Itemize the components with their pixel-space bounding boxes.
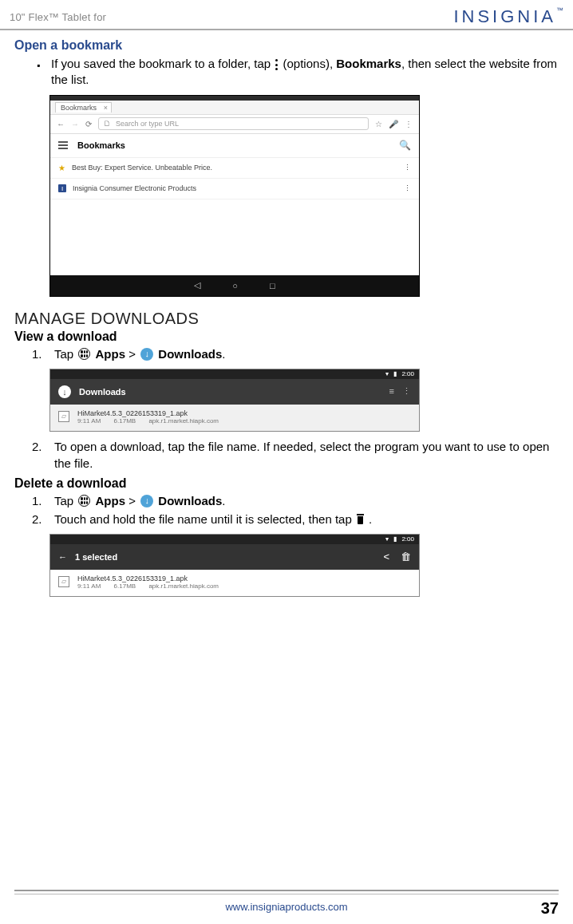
text-segment: Touch and hold the file name until it is… <box>54 512 355 526</box>
forward-icon[interactable]: → <box>71 120 79 128</box>
bookmarks-header: Bookmarks 🔍 <box>50 134 419 158</box>
bookmark-item[interactable]: I Insignia Consumer Electronic Products … <box>50 179 419 199</box>
step-2: 2. Touch and hold the file name until it… <box>14 511 559 527</box>
file-meta: 9:11 AM 6.17MB apk.r1.market.hiapk.com <box>77 582 230 590</box>
text-segment: Tap <box>54 494 77 507</box>
menu-icon[interactable] <box>58 140 68 151</box>
tab-title: Bookmarks <box>61 104 97 112</box>
downloads-icon: ↓ <box>140 348 153 361</box>
bullet-icon: ▪ <box>37 56 51 89</box>
browser-toolbar: ← → ⟳ 🗋 Search or type URL ☆ 🎤 ⋮ <box>50 115 419 134</box>
downloads-word: Downloads <box>158 347 222 361</box>
brand-logo: INSIGNIA™ <box>453 6 563 27</box>
options-icon <box>275 59 278 70</box>
status-bar: ▾ ▮ 2:00 <box>50 369 419 379</box>
bookmark-title: Best Buy: Expert Service. Unbeatable Pri… <box>72 164 212 172</box>
options-icon[interactable]: ⋮ <box>402 386 411 397</box>
back-icon[interactable]: ← <box>57 120 65 128</box>
download-item[interactable]: ▱ HiMarket4.5.3_0226153319_1.apk 9:11 AM… <box>50 405 419 431</box>
open-bookmark-bullet: ▪ If you saved the bookmark to a folder,… <box>14 56 559 89</box>
apps-icon <box>78 348 90 360</box>
search-icon[interactable]: 🔍 <box>399 140 411 151</box>
home-icon[interactable]: ○ <box>232 281 238 290</box>
text-segment: If you saved the bookmark to a folder, t… <box>51 57 274 70</box>
page-content: Open a bookmark ▪ If you saved the bookm… <box>0 30 573 597</box>
battery-icon: ▮ <box>393 535 397 543</box>
sort-icon[interactable]: ≡ <box>389 386 394 397</box>
step-1: 1. Tap Apps > ↓ Downloads. <box>14 492 559 509</box>
download-item[interactable]: ▱ HiMarket4.5.3_0226153319_1.apk 9:11 AM… <box>50 570 419 596</box>
options-icon[interactable]: ⋮ <box>404 184 411 192</box>
file-icon: ▱ <box>58 576 69 587</box>
bookmarks-word: Bookmarks <box>336 57 401 70</box>
file-meta: 9:11 AM 6.17MB apk.r1.market.hiapk.com <box>77 417 230 424</box>
close-icon[interactable]: × <box>104 104 108 112</box>
url-bar[interactable]: 🗋 Search or type URL <box>98 117 369 130</box>
text-segment: (options), <box>283 57 337 70</box>
browser-tabbar: Bookmarks × <box>50 101 419 115</box>
star-icon[interactable]: ☆ <box>375 120 382 128</box>
url-placeholder: Search or type URL <box>116 120 179 128</box>
step-text: To open a download, tap the file name. I… <box>54 438 559 472</box>
text-segment: . <box>222 347 225 361</box>
file-icon: ▱ <box>58 411 69 422</box>
file-name: HiMarket4.5.3_0226153319_1.apk <box>77 575 230 582</box>
text-segment: > <box>128 347 139 361</box>
trash-icon <box>356 514 365 525</box>
downloads-appbar: ↓ Downloads ≡ ⋮ <box>50 379 419 405</box>
open-bookmark-heading: Open a bookmark <box>14 38 559 53</box>
page-header: 10" Flex™ Tablet for INSIGNIA™ <box>0 0 573 30</box>
bookmark-item[interactable]: ★ Best Buy: Expert Service. Unbeatable P… <box>50 158 419 179</box>
appbar-title: Downloads <box>79 387 126 397</box>
wifi-icon: ▾ <box>385 370 389 377</box>
apps-word: Apps <box>96 347 126 361</box>
text-segment: > <box>128 494 139 507</box>
page-footer: www.insigniaproducts.com <box>14 885 559 913</box>
apps-word: Apps <box>96 494 126 507</box>
product-name: 10" Flex™ Tablet for <box>10 11 106 23</box>
options-icon[interactable]: ⋮ <box>405 120 413 128</box>
recent-icon[interactable]: □ <box>270 281 275 290</box>
status-bar: ▾ ▮ 2:00 <box>50 535 419 544</box>
footer-link[interactable]: www.insigniaproducts.com <box>225 901 347 913</box>
view-download-heading: View a download <box>14 330 559 344</box>
text-segment: Tap <box>54 347 77 361</box>
delete-download-heading: Delete a download <box>14 476 559 491</box>
options-icon[interactable]: ⋮ <box>404 164 411 172</box>
battery-icon: ▮ <box>393 370 397 377</box>
lock-icon: 🗋 <box>104 120 111 128</box>
selection-appbar: ← 1 selected < 🗑 <box>50 544 419 570</box>
trash-icon[interactable]: 🗑 <box>401 551 411 563</box>
star-icon: ★ <box>58 164 65 172</box>
bookmark-title: Insignia Consumer Electronic Products <box>73 184 196 192</box>
downloads-screenshot: ▾ ▮ 2:00 ↓ Downloads ≡ ⋮ ▱ HiMarket4.5.3… <box>49 369 420 432</box>
text-segment: . <box>222 494 225 507</box>
bookmarks-title: Bookmarks <box>77 140 125 150</box>
android-navbar: ◁ ○ □ <box>50 275 419 296</box>
downloads-icon: ↓ <box>58 385 71 398</box>
step-2: 2. To open a download, tap the file name… <box>14 438 559 472</box>
step-1: 1. Tap Apps > ↓ Downloads. <box>14 346 559 362</box>
delete-screenshot: ▾ ▮ 2:00 ← 1 selected < 🗑 ▱ HiMarket4.5.… <box>49 534 420 597</box>
favicon-icon: I <box>58 184 66 192</box>
downloads-icon: ↓ <box>140 495 153 507</box>
file-name: HiMarket4.5.3_0226153319_1.apk <box>77 409 230 417</box>
apps-icon <box>78 495 90 507</box>
clock: 2:00 <box>401 370 414 377</box>
share-icon[interactable]: < <box>383 551 389 563</box>
manage-downloads-heading: MANAGE DOWNLOADS <box>14 310 559 328</box>
page-number: 37 <box>541 899 559 918</box>
bookmarks-screenshot: Bookmarks × ← → ⟳ 🗋 Search or type URL ☆… <box>49 95 420 297</box>
downloads-word: Downloads <box>158 494 222 507</box>
clock: 2:00 <box>401 535 414 543</box>
back-icon[interactable]: ◁ <box>194 280 200 290</box>
back-icon[interactable]: ← <box>58 552 67 562</box>
browser-tab[interactable]: Bookmarks × <box>55 102 112 113</box>
text-segment: . <box>369 512 372 526</box>
mic-icon[interactable]: 🎤 <box>389 120 398 128</box>
refresh-icon[interactable]: ⟳ <box>85 120 92 128</box>
selection-count: 1 selected <box>75 552 117 562</box>
wifi-icon: ▾ <box>385 535 389 543</box>
